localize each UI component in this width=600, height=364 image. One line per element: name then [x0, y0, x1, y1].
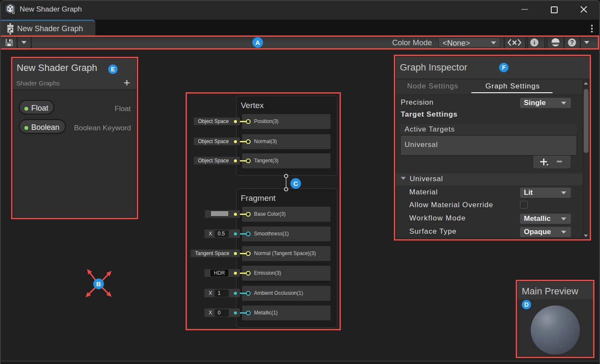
svg-text:6: 6: [12, 9, 15, 15]
